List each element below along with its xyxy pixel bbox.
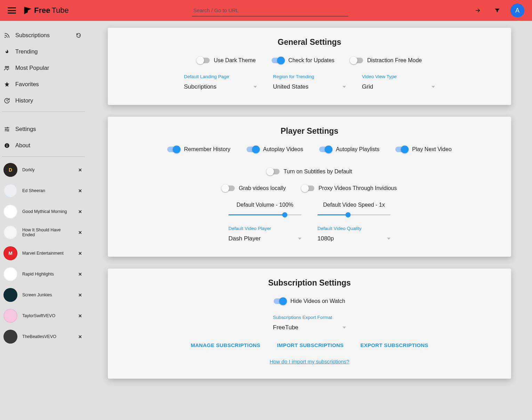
star-icon (3, 81, 10, 88)
refresh-icon[interactable] (76, 33, 81, 38)
channel-label: Dorkly (22, 167, 34, 172)
channel-label: How It Should Have Ended (22, 228, 72, 237)
toggle-autovid: Autoplay Videos (247, 146, 303, 153)
toggle-updates: Check for Updates (272, 57, 334, 64)
sidebar-item-label: Subscriptions (15, 32, 50, 39)
remove-channel-button[interactable]: ✕ (77, 229, 83, 237)
manage-subscriptions-button[interactable]: MANAGE SUBSCRIPTIONS (191, 342, 260, 348)
channel-item[interactable]: Good Mythical Morning✕ (0, 201, 87, 222)
select-value: United States (273, 83, 308, 90)
sidebar-item-history[interactable]: History (0, 92, 87, 109)
toggle-switch[interactable] (302, 186, 314, 191)
toggle-switch[interactable] (274, 298, 286, 304)
import-subscriptions-button[interactable]: IMPORT SUBSCRIPTIONS (277, 342, 344, 348)
chevron-down-icon (253, 86, 257, 88)
channel-avatar (3, 309, 17, 323)
remove-channel-button[interactable]: ✕ (77, 270, 83, 278)
channel-item[interactable]: TheBeatlesVEVO✕ (0, 326, 87, 347)
select-dropdown[interactable]: FreeTube (273, 324, 346, 332)
select-value: 1080p (317, 235, 334, 242)
hamburger-menu-button[interactable] (8, 7, 16, 14)
toggle-switch[interactable] (350, 58, 363, 63)
select-dropdown[interactable]: Dash Player (228, 235, 301, 243)
toggle-switch[interactable] (319, 147, 332, 152)
channel-avatar (3, 184, 17, 198)
channel-avatar: M (3, 246, 17, 260)
remove-channel-button[interactable]: ✕ (77, 249, 83, 257)
app-name-part1: Free (34, 6, 50, 15)
general-settings-title: General Settings (125, 38, 494, 47)
svg-rect-2 (7, 145, 7, 147)
slider-label: Default Video Speed - 1x (317, 202, 390, 208)
sidebar-item-favorites[interactable]: Favorites (0, 76, 87, 92)
channel-avatar (3, 288, 17, 302)
chevron-down-icon (387, 238, 390, 240)
select-value: Dash Player (228, 235, 261, 242)
toggle-switch[interactable] (247, 147, 259, 152)
general-settings-card: General Settings Use Dark ThemeCheck for… (108, 28, 511, 105)
channel-label: TheBeatlesVEVO (22, 334, 56, 339)
channel-avatar (3, 330, 17, 344)
toggle-switch[interactable] (267, 169, 280, 174)
select-label: Subscriptions Export Format (273, 315, 346, 320)
slider-label: Default Volume - 100% (228, 202, 301, 208)
toggle-dark: Use Dark Theme (197, 57, 256, 64)
remove-channel-button[interactable]: ✕ (77, 333, 83, 341)
toggle-label: Proxy Videos Through Invidious (319, 185, 397, 191)
remove-channel-button[interactable]: ✕ (77, 187, 83, 195)
filter-button[interactable] (491, 4, 503, 17)
chevron-down-icon (298, 238, 301, 240)
channel-item[interactable]: Rapid Highlights✕ (0, 264, 87, 285)
sidebar-item-label: Settings (15, 126, 36, 132)
toggle-label: Remember History (184, 146, 230, 153)
channel-avatar (3, 205, 17, 219)
remove-channel-button[interactable]: ✕ (77, 312, 83, 320)
toggle-label: Autoplay Videos (263, 146, 303, 153)
channel-item[interactable]: Ed Sheeran✕ (0, 180, 87, 201)
remove-channel-button[interactable]: ✕ (77, 208, 83, 216)
search-input[interactable] (192, 5, 348, 16)
remove-channel-button[interactable]: ✕ (77, 166, 83, 174)
select-dropdown[interactable]: Grid (362, 83, 435, 91)
toggle-switch[interactable] (222, 186, 235, 191)
sidebar-item-about[interactable]: About (0, 137, 87, 154)
toggle-label: Use Dark Theme (214, 57, 256, 64)
channel-label: Rapid Highlights (22, 272, 54, 277)
select-dropdown[interactable]: 1080p (317, 235, 390, 243)
channel-item[interactable]: Screen Junkies✕ (0, 285, 87, 305)
select-exportfmt: Subscriptions Export FormatFreeTube (273, 315, 346, 332)
toggle-rememberhist: Remember History (167, 146, 230, 153)
channel-item[interactable]: MMarvel Entertainment✕ (0, 243, 87, 264)
toggle-switch[interactable] (272, 58, 284, 63)
toggle-switch[interactable] (197, 58, 210, 63)
toggle-switch[interactable] (167, 147, 180, 152)
slider-track[interactable] (317, 214, 390, 215)
users-icon (3, 65, 10, 71)
sidebar-item-subscriptions[interactable]: Subscriptions (0, 27, 87, 43)
toggle-grablocal: Grab videos locally (222, 185, 286, 191)
sidebar-item-settings[interactable]: Settings (0, 121, 87, 137)
search-wrap (192, 5, 348, 16)
channel-item[interactable]: TaylorSwiftVEVO✕ (0, 305, 87, 326)
toggle-subsdef: Turn on Subtitles by Default (267, 168, 352, 175)
remove-channel-button[interactable]: ✕ (77, 291, 83, 299)
select-dropdown[interactable]: United States (273, 83, 346, 91)
sidebar-item-popular[interactable]: Most Popular (0, 60, 87, 76)
select-dropdown[interactable]: Subcriptions (184, 83, 257, 91)
arrow-right-icon (475, 7, 481, 14)
svg-point-1 (7, 144, 7, 145)
export-subscriptions-button[interactable]: EXPORT SUBSCRIPTIONS (360, 342, 428, 348)
app-name-part2: Tube (51, 6, 68, 15)
channel-item[interactable]: DDorkly✕ (0, 159, 87, 180)
slider-track[interactable] (228, 214, 301, 215)
toggle-label: Grab videos locally (239, 185, 286, 191)
toggle-label: Distraction Free Mode (367, 57, 422, 64)
search-submit-button[interactable] (471, 4, 484, 17)
import-help-link[interactable]: How do I import my subscriptions? (269, 359, 349, 364)
sidebar-item-trending[interactable]: Trending (0, 43, 87, 60)
app-logo[interactable]: FreeTube (23, 6, 69, 15)
toggle-switch[interactable] (395, 147, 408, 152)
channel-item[interactable]: How It Should Have Ended✕ (0, 222, 87, 243)
profile-avatar[interactable]: A (510, 3, 524, 17)
channel-avatar (3, 225, 17, 239)
